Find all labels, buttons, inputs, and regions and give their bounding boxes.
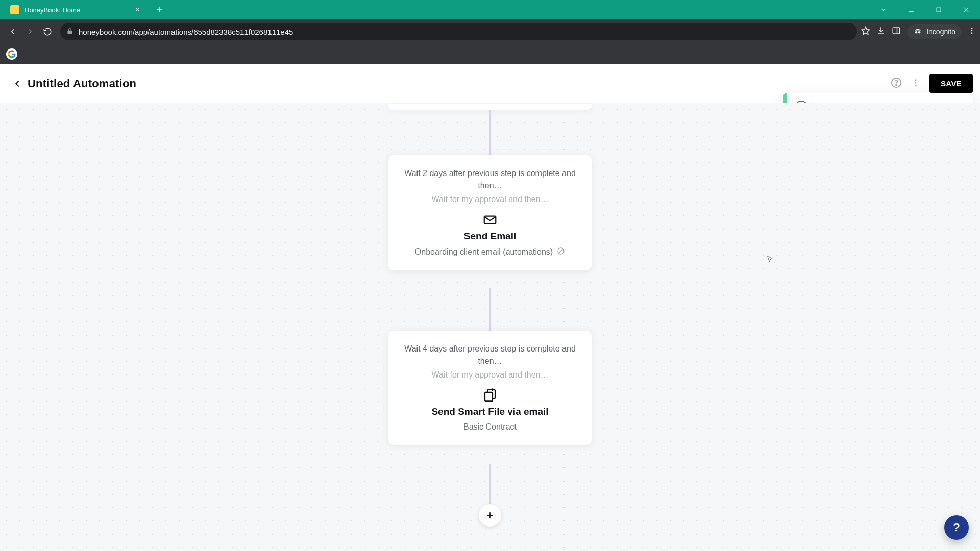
automation-step-card[interactable]: Wait 4 days after previous step is compl…	[388, 331, 592, 445]
svg-point-16	[915, 82, 917, 83]
url-text: honeybook.com/app/automations/655d82338c…	[79, 28, 293, 36]
automation-step-card[interactable]: Wait 2 days after previous step is compl…	[388, 155, 592, 270]
close-tab-button[interactable]: ×	[132, 4, 143, 15]
svg-point-10	[971, 28, 973, 29]
window-maximize-button[interactable]	[925, 0, 952, 19]
browser-toolbar: honeybook.com/app/automations/655d82338c…	[0, 19, 980, 44]
bookmarks-bar	[0, 44, 980, 64]
step-title: Send Smart File via email	[403, 406, 577, 417]
svg-point-9	[918, 31, 921, 34]
step-subtitle: Onboarding client email (automations)	[403, 247, 577, 257]
window-close-button[interactable]	[952, 0, 980, 19]
step-subtitle: Basic Contract	[403, 422, 577, 432]
incognito-icon	[913, 27, 922, 37]
window-minimize-button[interactable]	[897, 0, 925, 19]
connector-line	[489, 464, 491, 504]
step-delay-text: Wait 4 days after previous step is compl…	[403, 343, 577, 367]
mail-icon	[403, 212, 577, 228]
svg-point-11	[971, 30, 973, 32]
browser-tabs-strip: HoneyBook: Home × +	[0, 0, 980, 19]
kebab-menu-icon[interactable]	[911, 78, 920, 89]
step-delay-text: Wait 2 days after previous step is compl…	[403, 167, 577, 192]
nav-forward-button[interactable]	[21, 23, 39, 40]
incognito-chip[interactable]: Incognito	[907, 24, 962, 39]
svg-point-8	[915, 31, 918, 34]
browser-menu-icon[interactable]	[968, 27, 976, 37]
help-fab-button[interactable]: ?	[944, 515, 969, 540]
svg-rect-22	[485, 392, 493, 402]
favicon-icon	[10, 5, 19, 14]
smart-file-icon	[403, 388, 577, 403]
tab-title: HoneyBook: Home	[24, 6, 80, 14]
lock-icon	[66, 28, 74, 36]
tab-search-icon[interactable]	[870, 0, 897, 19]
nav-reload-button[interactable]	[39, 23, 56, 40]
svg-point-12	[971, 32, 973, 34]
svg-rect-1	[937, 8, 941, 12]
window-controls	[870, 0, 980, 19]
address-bar[interactable]: honeybook.com/app/automations/655d82338c…	[60, 23, 857, 40]
save-button[interactable]: SAVE	[929, 74, 973, 93]
help-icon[interactable]	[891, 77, 902, 90]
automation-canvas[interactable]: Wait 2 days after previous step is compl…	[0, 103, 980, 551]
step-title: Send Email	[403, 231, 577, 242]
trigger-card-partial[interactable]	[388, 104, 592, 110]
bookmark-google-icon[interactable]	[6, 48, 17, 60]
downloads-icon[interactable]	[876, 26, 886, 37]
browser-tab[interactable]: HoneyBook: Home ×	[5, 0, 148, 19]
svg-point-17	[915, 84, 917, 86]
connector-line	[489, 110, 491, 155]
svg-point-14	[896, 84, 897, 85]
connector-line	[489, 288, 491, 331]
svg-point-15	[915, 79, 917, 81]
page-title: Untitled Automation	[28, 77, 136, 90]
mouse-cursor-icon	[767, 254, 774, 264]
svg-marker-4	[862, 27, 870, 35]
app-header: Untitled Automation SAVE Your changes ha…	[0, 64, 980, 103]
step-approval-text: Wait for my approval and then…	[403, 370, 577, 380]
svg-line-20	[559, 249, 563, 253]
side-panel-icon[interactable]	[892, 26, 901, 37]
status-icon	[557, 247, 565, 257]
add-step-button[interactable]: +	[479, 504, 501, 527]
back-button[interactable]	[7, 73, 28, 94]
step-approval-text: Wait for my approval and then…	[403, 195, 577, 204]
incognito-label: Incognito	[926, 28, 955, 36]
svg-rect-6	[893, 28, 900, 34]
new-tab-button[interactable]: +	[151, 2, 167, 18]
nav-back-button[interactable]	[4, 23, 21, 40]
bookmark-star-icon[interactable]	[861, 26, 870, 37]
